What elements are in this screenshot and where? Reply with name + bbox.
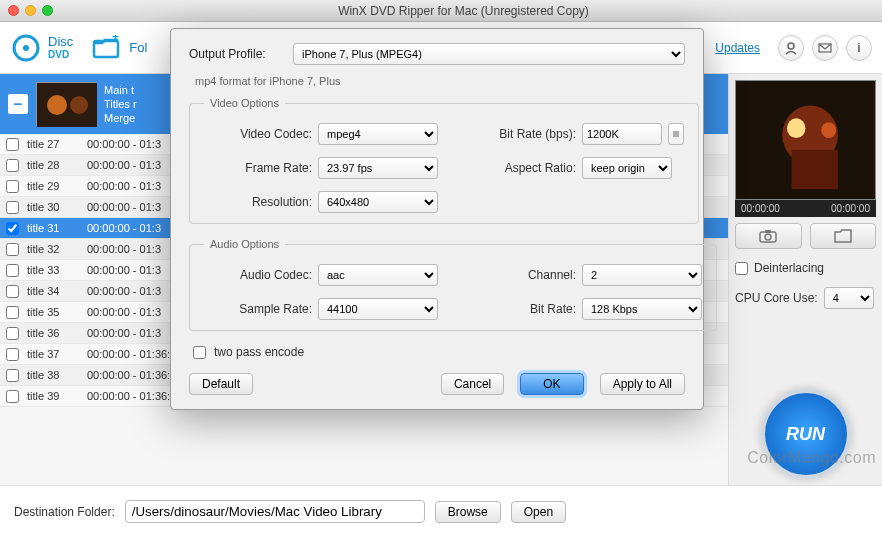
- video-bitrate-label: Bit Rate (bps):: [468, 127, 576, 141]
- banner-line1: Main t: [104, 83, 137, 97]
- info-icon[interactable]: i: [846, 35, 872, 61]
- title-name: title 29: [27, 180, 79, 192]
- user-icon[interactable]: [778, 35, 804, 61]
- apply-all-button[interactable]: Apply to All: [600, 373, 685, 395]
- folder-button[interactable]: + Fol: [91, 32, 147, 64]
- disc-button[interactable]: Disc DVD: [10, 32, 73, 64]
- header-icon-group: i: [778, 35, 872, 61]
- title-checkbox[interactable]: [6, 327, 19, 340]
- window-titlebar: WinX DVD Ripper for Mac (Unregistered Co…: [0, 0, 882, 22]
- two-pass-label: two pass encode: [214, 345, 304, 359]
- title-checkbox[interactable]: [6, 159, 19, 172]
- ok-button[interactable]: OK: [520, 373, 583, 395]
- banner-line2: Titles r: [104, 97, 137, 111]
- mail-icon[interactable]: [812, 35, 838, 61]
- sample-rate-label: Sample Rate:: [204, 302, 312, 316]
- output-profile-label: Output Profile:: [189, 47, 285, 61]
- video-bitrate-input[interactable]: [582, 123, 662, 145]
- svg-rect-13: [792, 150, 838, 189]
- preview-timebar: 00:00:00 00:00:00: [735, 200, 876, 217]
- title-name: title 37: [27, 348, 79, 360]
- title-checkbox[interactable]: [6, 348, 19, 361]
- updates-link[interactable]: Updates: [715, 41, 760, 55]
- sample-rate-select[interactable]: 44100: [318, 298, 438, 320]
- resolution-label: Resolution:: [204, 195, 312, 209]
- open-button[interactable]: Open: [511, 501, 566, 523]
- svg-point-7: [47, 95, 67, 115]
- footer-bar: Destination Folder: Browse Open: [0, 485, 882, 537]
- disc-sublabel: DVD: [48, 48, 73, 61]
- deinterlacing-label: Deinterlacing: [754, 261, 824, 275]
- cpu-core-label: CPU Core Use:: [735, 291, 818, 305]
- browse-button[interactable]: Browse: [435, 501, 501, 523]
- video-options-legend: Video Options: [204, 97, 285, 109]
- destination-input[interactable]: [125, 500, 425, 523]
- preview-time-left: 00:00:00: [741, 203, 780, 214]
- folder-label: Fol: [129, 40, 147, 55]
- title-checkbox[interactable]: [6, 264, 19, 277]
- title-checkbox[interactable]: [6, 390, 19, 403]
- folder-plus-icon: +: [91, 32, 123, 64]
- audio-channel-select[interactable]: 2: [582, 264, 702, 286]
- title-name: title 31: [27, 222, 79, 234]
- bitrate-slider-button[interactable]: [668, 123, 684, 145]
- minimize-icon[interactable]: [25, 5, 36, 16]
- camera-icon: [759, 229, 777, 243]
- title-name: title 27: [27, 138, 79, 150]
- title-checkbox[interactable]: [6, 285, 19, 298]
- two-pass-checkbox[interactable]: [193, 346, 206, 359]
- cancel-button[interactable]: Cancel: [441, 373, 504, 395]
- audio-options-legend: Audio Options: [204, 238, 285, 250]
- collapse-icon[interactable]: –: [8, 94, 28, 114]
- audio-bitrate-label: Bit Rate:: [468, 302, 576, 316]
- svg-rect-16: [765, 230, 771, 233]
- close-icon[interactable]: [8, 5, 19, 16]
- preview-time-right: 00:00:00: [831, 203, 870, 214]
- default-button[interactable]: Default: [189, 373, 253, 395]
- title-checkbox[interactable]: [6, 201, 19, 214]
- deinterlacing-checkbox[interactable]: [735, 262, 748, 275]
- title-name: title 28: [27, 159, 79, 171]
- resolution-select[interactable]: 640x480: [318, 191, 438, 213]
- window-controls: [8, 5, 53, 16]
- svg-point-8: [70, 96, 88, 114]
- audio-bitrate-select[interactable]: 128 Kbps: [582, 298, 702, 320]
- run-label: RUN: [786, 424, 825, 445]
- cpu-core-select[interactable]: 4: [824, 287, 874, 309]
- title-name: title 36: [27, 327, 79, 339]
- title-checkbox[interactable]: [6, 138, 19, 151]
- output-profile-select[interactable]: iPhone 7, Plus (MPEG4): [293, 43, 685, 65]
- title-checkbox[interactable]: [6, 180, 19, 193]
- svg-text:+: +: [112, 35, 119, 44]
- folder-icon: [834, 229, 852, 243]
- format-description: mp4 format for iPhone 7, Plus: [195, 75, 685, 87]
- aspect-ratio-label: Aspect Ratio:: [468, 161, 576, 175]
- frame-rate-select[interactable]: 23.97 fps: [318, 157, 438, 179]
- title-name: title 39: [27, 390, 79, 402]
- video-options-group: Video Options Video Codec: mpeg4 Bit Rat…: [189, 97, 699, 224]
- watermark-text: ColorMango.com: [747, 449, 876, 467]
- disc-label: Disc: [48, 35, 73, 48]
- audio-codec-select[interactable]: aac: [318, 264, 438, 286]
- audio-options-group: Audio Options Audio Codec: aac Channel: …: [189, 238, 717, 331]
- title-checkbox[interactable]: [6, 369, 19, 382]
- title-name: title 34: [27, 285, 79, 297]
- title-name: title 32: [27, 243, 79, 255]
- banner-thumbnail: [36, 82, 96, 126]
- title-checkbox[interactable]: [6, 243, 19, 256]
- video-codec-select[interactable]: mpeg4: [318, 123, 438, 145]
- svg-point-11: [787, 118, 806, 138]
- video-codec-label: Video Codec:: [204, 127, 312, 141]
- snapshot-button[interactable]: [735, 223, 802, 249]
- open-folder-button[interactable]: [810, 223, 877, 249]
- zoom-icon[interactable]: [42, 5, 53, 16]
- svg-point-15: [765, 234, 771, 240]
- aspect-ratio-select[interactable]: keep origin: [582, 157, 672, 179]
- preview-area[interactable]: [735, 80, 876, 200]
- title-checkbox[interactable]: [6, 306, 19, 319]
- svg-point-12: [821, 122, 836, 138]
- title-checkbox[interactable]: [6, 222, 19, 235]
- right-panel: 00:00:00 00:00:00 Deinterlacing CPU Core…: [728, 74, 882, 485]
- output-profile-dialog: Output Profile: iPhone 7, Plus (MPEG4) m…: [170, 28, 704, 410]
- audio-channel-label: Channel:: [468, 268, 576, 282]
